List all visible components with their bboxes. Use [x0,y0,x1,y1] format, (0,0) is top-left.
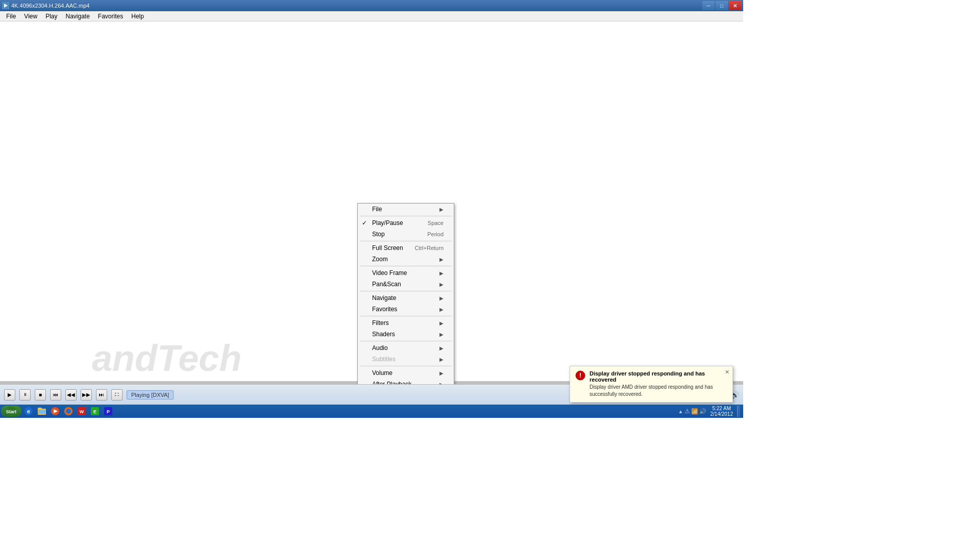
ctx-zoom[interactable]: Zoom ▶ [358,254,454,265]
ctx-filters[interactable]: Filters ▶ [358,317,454,329]
ctx-sep-4 [360,291,452,291]
menu-view[interactable]: View [20,11,41,21]
ctx-fullscreen[interactable]: Full Screen Ctrl+Return [358,242,454,254]
ctx-favorites-arrow: ▶ [439,307,444,312]
svg-text:P: P [107,409,110,414]
taskbar-icon-5[interactable]: W [76,406,88,417]
ctx-panscan[interactable]: Pan&Scan ▶ [358,279,454,290]
app-icon [2,2,9,9]
menu-favorites[interactable]: Favorites [94,11,127,21]
menu-bar: File View Play Navigate Favorites Help [0,11,743,21]
systray-expand[interactable]: ▲ [678,409,683,414]
ctx-subtitles: Subtitles ▶ [358,354,454,365]
notification-popup: ! Display driver stopped responding and … [570,366,733,403]
taskbar-clock[interactable]: 5:22 AM 2/14/2012 [708,406,736,417]
title-bar: 4K.4096x2304.H.264.AAC.mp4 ─ □ ✕ [0,0,743,11]
pause-button[interactable]: ⏸ [19,389,31,400]
next-button[interactable]: ⏭ [96,389,107,400]
title-bar-left: 4K.4096x2304.H.264.AAC.mp4 [2,2,90,9]
svg-text:W: W [80,409,84,414]
taskbar-explorer-icon[interactable] [36,406,48,417]
taskbar: Start e W [0,405,743,418]
maximize-button[interactable]: □ [716,1,728,10]
systray: ▲ ⚠ 📶 🔊 [678,408,706,415]
title-bar-buttons: ─ □ ✕ [702,1,741,10]
ctx-afterplayback[interactable]: After Playback ▶ [358,379,454,384]
ctx-stop[interactable]: Stop Period [358,229,454,240]
ctx-navigate-arrow: ▶ [439,295,444,301]
svg-rect-9 [38,408,42,409]
notification-close[interactable]: ✕ [723,368,730,375]
ctx-videoframe[interactable]: Video Frame ▶ [358,267,454,279]
ctx-shaders-arrow: ▶ [439,332,444,337]
taskbar-firefox-icon[interactable] [62,406,75,417]
menu-help[interactable]: Help [127,11,148,21]
svg-rect-10 [38,410,45,414]
ctx-shaders[interactable]: Shaders ▶ [358,329,454,340]
taskbar-right: ▲ ⚠ 📶 🔊 5:22 AM 2/14/2012 [678,406,742,417]
svg-text:e: e [27,408,30,414]
notification-content: Display driver stopped responding and ha… [590,370,727,398]
ctx-volume[interactable]: Volume ▶ [358,367,454,379]
systray-network-icon[interactable]: 📶 [691,408,698,415]
window-title: 4K.4096x2304.H.264.AAC.mp4 [11,3,90,9]
notification-icon: ! [575,370,585,381]
ctx-sep-2 [360,241,452,241]
taskbar-icon-6[interactable]: E [89,406,101,417]
ctx-volume-arrow: ▶ [439,370,444,376]
stop-button[interactable]: ■ [35,389,46,400]
notification-title: Display driver stopped responding and ha… [590,370,727,383]
ctx-zoom-arrow: ▶ [439,257,444,262]
ctx-subtitles-arrow: ▶ [439,357,444,362]
taskbar-ie-icon[interactable]: e [22,406,35,417]
start-button[interactable]: Start [1,406,21,417]
main-content: andTech File ▶ Play/Pause Space Stop Per… [0,21,743,384]
systray-warning-icon: ⚠ [684,408,690,415]
ctx-filters-arrow: ▶ [439,320,444,326]
status-text: Playing [DXVA] [127,390,174,399]
ctx-file-arrow: ▶ [439,207,444,212]
minimize-button[interactable]: ─ [702,1,715,10]
ctx-panscan-arrow: ▶ [439,282,444,287]
ctx-favorites[interactable]: Favorites ▶ [358,304,454,315]
ctx-videoframe-arrow: ▶ [439,270,444,276]
clock-date: 2/14/2012 [710,411,733,417]
rewind-button[interactable]: ◀◀ [65,389,77,400]
fastfwd-button[interactable]: ▶▶ [81,389,92,400]
ctx-sep-1 [360,216,452,216]
context-menu: File ▶ Play/Pause Space Stop Period Full… [357,203,454,384]
show-desktop-button[interactable] [737,406,740,417]
menu-file[interactable]: File [2,11,20,21]
svg-text:!: ! [579,371,581,379]
watermark: andTech [92,337,241,379]
svg-text:E: E [93,409,96,414]
ctx-sep-5 [360,316,452,316]
clock-time: 5:22 AM [710,406,733,411]
taskbar-media-icon[interactable] [49,406,61,417]
play-button[interactable]: ▶ [4,389,15,400]
ctx-sep-6 [360,341,452,341]
ctx-sep-7 [360,366,452,366]
fullscreen-ctrl-button[interactable]: ⛶ [111,389,122,400]
menu-play[interactable]: Play [41,11,61,21]
ctx-sep-3 [360,266,452,266]
ctx-afterplayback-arrow: ▶ [439,382,444,385]
notification-body: Display driver AMD driver stopped respon… [590,384,727,398]
svg-text:Start: Start [6,409,16,414]
svg-point-14 [66,409,71,414]
prev-button[interactable]: ⏮ [50,389,61,400]
ctx-playpause[interactable]: Play/Pause Space [358,217,454,229]
taskbar-icon-7[interactable]: P [102,406,114,417]
menu-navigate[interactable]: Navigate [61,11,93,21]
systray-volume-icon[interactable]: 🔊 [699,408,706,415]
ctx-audio[interactable]: Audio ▶ [358,342,454,354]
ctx-audio-arrow: ▶ [439,345,444,351]
ctx-file[interactable]: File ▶ [358,204,454,215]
close-button[interactable]: ✕ [729,1,741,10]
ctx-navigate[interactable]: Navigate ▶ [358,292,454,304]
